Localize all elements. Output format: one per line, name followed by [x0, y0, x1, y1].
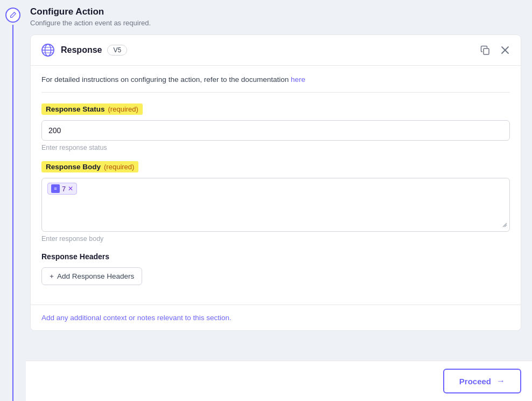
response-status-input[interactable] — [41, 120, 510, 141]
globe-icon — [40, 43, 55, 58]
card-title: Response — [61, 45, 102, 55]
card-header-right — [479, 44, 511, 57]
page-subtitle: Configure the action event as required. — [30, 19, 521, 27]
doc-link[interactable]: here — [291, 75, 305, 84]
card-footer-section: Add any additional context or notes rele… — [31, 305, 521, 330]
close-icon — [500, 45, 510, 55]
proceed-button[interactable]: Proceed → — [443, 369, 521, 393]
context-note[interactable]: Add any additional context or notes rele… — [41, 314, 510, 322]
response-body-textarea[interactable]: ≡ 7 ✕ — [41, 178, 510, 232]
stepper-bar — [0, 0, 26, 401]
copy-button[interactable] — [479, 44, 492, 57]
response-status-section: Response Status (required) Enter respons… — [41, 103, 510, 151]
body-label: Response Body (required) — [41, 161, 138, 172]
body-chip: ≡ 7 ✕ — [47, 183, 77, 195]
chip-close-button[interactable]: ✕ — [68, 185, 73, 192]
status-label: Response Status (required) — [41, 103, 143, 115]
body-hint: Enter response body — [41, 235, 510, 243]
card-header: Response V5 — [31, 35, 521, 66]
card-body: For detailed instructions on configuring… — [31, 66, 521, 305]
stepper-line — [12, 25, 13, 401]
edit-icon — [9, 11, 17, 19]
card-header-left: Response V5 — [40, 43, 127, 58]
add-headers-button[interactable]: + Add Response Headers — [41, 267, 142, 285]
copy-icon — [480, 45, 491, 56]
plus-icon: + — [50, 272, 54, 280]
proceed-bar: Proceed → — [26, 361, 532, 401]
response-headers-section: Response Headers + Add Response Headers — [41, 252, 510, 285]
close-button[interactable] — [499, 44, 511, 56]
main-content: Configure Action Configure the action ev… — [26, 0, 532, 361]
configure-card: Response V5 — [30, 34, 521, 331]
arrow-icon: → — [496, 376, 505, 386]
page-wrapper: Configure Action Configure the action ev… — [0, 0, 532, 401]
svg-rect-5 — [484, 49, 489, 54]
response-body-section: Response Body (required) ≡ 7 ✕ — [41, 161, 510, 243]
chip-icon: ≡ — [51, 184, 60, 193]
version-badge: V5 — [107, 45, 127, 56]
status-hint: Enter response status — [41, 144, 510, 151]
page-title: Configure Action — [30, 6, 521, 17]
headers-title: Response Headers — [41, 252, 510, 261]
doc-notice: For detailed instructions on configuring… — [41, 75, 510, 93]
resize-handle[interactable] — [501, 221, 507, 229]
stepper-circle — [5, 8, 20, 23]
